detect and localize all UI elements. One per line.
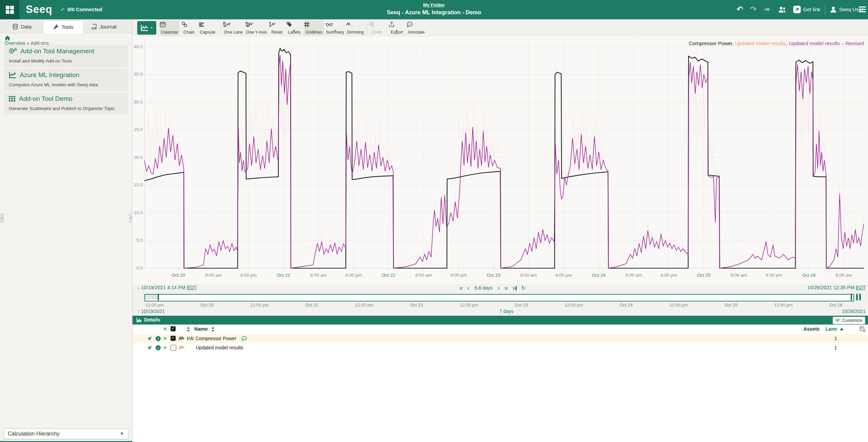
hamburger-menu-button[interactable] bbox=[859, 6, 866, 13]
tab-journal[interactable]: Journal bbox=[84, 20, 124, 33]
toolbar-button-labels[interactable]: ▼ Labels bbox=[286, 20, 302, 36]
journal-icon bbox=[91, 24, 97, 30]
grid-icon bbox=[9, 95, 16, 102]
redo-button[interactable]: ↷ bbox=[750, 5, 757, 13]
zoom-icon bbox=[369, 20, 385, 30]
y-axis-label: 5.0 bbox=[132, 238, 143, 243]
scrubber-axis-label: Oct 20 bbox=[200, 302, 213, 308]
toolbar-button-annotate[interactable]: Annotate bbox=[406, 20, 426, 36]
display-range-end: 10/26/2021 12:35 PM EDT bbox=[807, 285, 866, 290]
refresh-icon[interactable]: ↻ bbox=[521, 285, 526, 291]
undo-button[interactable]: ↶ bbox=[737, 5, 743, 13]
step-to-end-button[interactable]: » bbox=[512, 284, 517, 292]
x-axis[interactable]: Oct 208:00 am4:00 pmOct 218:00 am4:00 pm… bbox=[144, 273, 864, 279]
series-updated-model-results-revised[interactable] bbox=[144, 55, 864, 268]
scrubber-axis-label: 12:00 pm bbox=[774, 302, 793, 308]
timezone-link[interactable]: EDT bbox=[856, 285, 866, 290]
send-icon[interactable] bbox=[147, 345, 152, 350]
arrow-down-icon: ↓ bbox=[137, 285, 140, 290]
worksheet-view-button[interactable]: ▼ bbox=[137, 21, 156, 35]
x-axis-label: Oct 24 bbox=[592, 273, 605, 278]
addon-card-tool-management[interactable]: Add-on Tool Management Install and Modif… bbox=[4, 45, 128, 67]
breadcrumb: Overview » Add-ons bbox=[5, 36, 49, 46]
remove-all-button[interactable]: ✕ bbox=[163, 326, 167, 332]
addon-card-azure-ml[interactable]: Azure ML Integration Computes Azure ML m… bbox=[4, 69, 128, 91]
remove-icon[interactable]: ✕ bbox=[163, 336, 167, 341]
toolbar-button-reset[interactable]: Reset bbox=[269, 20, 285, 36]
toolbar-button-calendar[interactable]: Calendar bbox=[160, 20, 179, 36]
tab-tools[interactable]: Tools bbox=[43, 20, 84, 33]
row-name[interactable]: Updated model results bbox=[196, 345, 243, 350]
get-link-label[interactable]: Get link bbox=[803, 6, 820, 12]
column-header-assets[interactable]: Assets bbox=[803, 326, 820, 332]
header-divider bbox=[825, 4, 825, 16]
series-updated-model-results[interactable] bbox=[146, 58, 864, 268]
toolbar-separator bbox=[220, 22, 220, 34]
comment-bubble-icon[interactable] bbox=[241, 336, 247, 341]
redo-all-button[interactable]: ↠ bbox=[764, 5, 770, 13]
add-column-icon[interactable] bbox=[860, 326, 866, 332]
toolbar-button-one-y-axis[interactable]: One Y-Axis bbox=[245, 20, 268, 36]
tag-icon: ▼ bbox=[286, 20, 302, 30]
time-navigation-panel: ↓ 10/19/2021 4:14 PM EDT 10/26/2021 12:3… bbox=[132, 284, 868, 316]
home-icon bbox=[5, 36, 10, 40]
calculation-hierarchy-dropdown[interactable]: Calculation Hierarchy ▼ bbox=[3, 428, 128, 439]
scrubber-left-handle[interactable] bbox=[158, 294, 159, 300]
step-back-half-button[interactable]: ‹ bbox=[467, 284, 470, 292]
send-icon[interactable] bbox=[147, 336, 152, 341]
toolbar-button-capsule[interactable]: Capsule bbox=[198, 20, 217, 36]
addon-title: Add-on Tool Management bbox=[20, 48, 94, 55]
toolbar-button-dimming[interactable]: Dimming bbox=[346, 20, 365, 36]
toolbar-button-gridlines[interactable]: Gridlines bbox=[304, 20, 324, 36]
customize-button[interactable]: Customize bbox=[833, 317, 865, 324]
toolbar-button-summary[interactable]: ▼ Summary bbox=[325, 20, 344, 36]
scrubber-axis-label: 12:00 pm bbox=[355, 302, 373, 308]
addon-card-tool-demo[interactable]: Add-on Tool Demo Generate Scatterplot an… bbox=[4, 92, 128, 115]
scrubber-track[interactable] bbox=[144, 294, 854, 301]
table-row-compressor-power[interactable]: i ✕ kW Compressor Power 1 bbox=[132, 334, 868, 344]
get-link-button[interactable] bbox=[793, 5, 801, 14]
column-header-name[interactable]: Name bbox=[194, 326, 208, 332]
remove-icon[interactable]: ✕ bbox=[163, 345, 167, 350]
toolbar-button-chain[interactable]: Chain bbox=[181, 20, 196, 36]
tab-journal-label: Journal bbox=[100, 24, 116, 30]
row-name[interactable]: Compressor Power bbox=[196, 336, 236, 341]
toolbar: ▼ Calendar Chain Capsule One Lane One Y-… bbox=[132, 19, 868, 37]
scrubber-axis-label: 12:00 pm bbox=[145, 302, 164, 308]
toolbar-separator bbox=[387, 22, 387, 34]
chain-icon bbox=[181, 20, 196, 30]
row-checkbox[interactable] bbox=[171, 336, 176, 341]
collaborators-button[interactable] bbox=[778, 6, 787, 14]
sort-icon[interactable] bbox=[187, 327, 190, 332]
chevron-down-icon: ▼ bbox=[150, 26, 153, 30]
investigate-range-duration[interactable]: 7 days bbox=[499, 309, 513, 314]
range-duration-label[interactable]: 6.8 days bbox=[474, 285, 493, 291]
column-header-lane[interactable]: Lane bbox=[826, 326, 837, 332]
user-menu-button[interactable] bbox=[830, 6, 837, 13]
one-lane-icon bbox=[223, 20, 244, 30]
step-back-full-button[interactable]: « bbox=[459, 284, 463, 292]
scrubber-grip-bar-1[interactable] bbox=[856, 294, 858, 300]
gears-icon bbox=[9, 48, 17, 55]
scrubber-right-handle[interactable] bbox=[851, 294, 852, 300]
chart-plot[interactable] bbox=[144, 40, 864, 270]
sort-icon[interactable] bbox=[211, 327, 214, 332]
select-all-checkbox[interactable] bbox=[171, 326, 176, 331]
info-icon[interactable]: i bbox=[156, 336, 161, 341]
step-forward-full-button[interactable]: » bbox=[504, 284, 508, 292]
info-icon[interactable]: i bbox=[156, 345, 161, 350]
toolbar-button-label: Gridlines bbox=[304, 30, 324, 35]
tab-data[interactable]: Data bbox=[2, 20, 42, 33]
left-edge-splitter-handle[interactable]: » bbox=[0, 213, 4, 223]
scrubber-axis-label: Oct 21 bbox=[305, 302, 318, 308]
step-forward-half-button[interactable]: › bbox=[498, 284, 500, 292]
toolbar-button-one-lane[interactable]: One Lane bbox=[223, 20, 244, 36]
x-axis-label: 8:00 am bbox=[415, 273, 432, 278]
table-row-updated-model-results[interactable]: i ✕ Updated model results 1 bbox=[132, 343, 868, 353]
trend-chart[interactable]: Compressor Power, Updated model results,… bbox=[132, 37, 868, 284]
toolbar-button-zoom[interactable]: Zoom bbox=[369, 20, 385, 36]
row-checkbox[interactable] bbox=[171, 345, 176, 351]
timezone-link[interactable]: EDT bbox=[187, 285, 197, 290]
scrubber-grip-bar-2[interactable] bbox=[859, 294, 861, 300]
toolbar-button-export[interactable]: ▼ Export bbox=[389, 20, 405, 36]
